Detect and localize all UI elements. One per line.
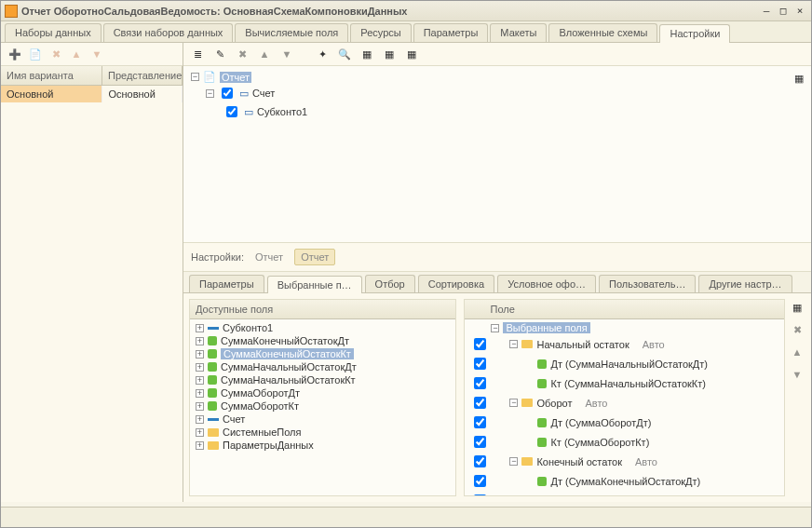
- expand-icon[interactable]: +: [196, 324, 204, 332]
- grid2-icon[interactable]: ▦: [381, 46, 398, 62]
- selected-field[interactable]: Дт (СуммаНачальныйОстатокДт): [465, 354, 784, 373]
- row-checkbox[interactable]: [474, 455, 486, 467]
- expand-icon[interactable]: +: [196, 337, 204, 345]
- expand-icon[interactable]: +: [196, 402, 204, 411]
- down-icon[interactable]: ▼: [88, 46, 105, 62]
- available-field[interactable]: + СистемныеПоля: [190, 426, 455, 439]
- up-icon[interactable]: ▲: [68, 46, 85, 62]
- expand-icon[interactable]: +: [196, 376, 204, 385]
- tab-0[interactable]: Наборы данных: [5, 23, 102, 42]
- expand-icon[interactable]: +: [196, 415, 204, 424]
- available-field[interactable]: + СуммаКонечныйОстатокДт: [190, 334, 455, 347]
- collapse-icon[interactable]: −: [509, 340, 518, 348]
- row-checkbox[interactable]: [474, 475, 486, 487]
- collapse-icon[interactable]: −: [191, 73, 199, 81]
- available-field[interactable]: + СуммаОборотДт: [190, 386, 455, 399]
- add-icon[interactable]: ➕: [7, 46, 23, 62]
- tab-7[interactable]: Настройки: [659, 24, 730, 43]
- down3-icon[interactable]: ▼: [789, 366, 805, 383]
- tab-4[interactable]: Параметры: [413, 23, 489, 42]
- maximize-button[interactable]: □: [776, 4, 791, 19]
- wand-icon[interactable]: ✦: [314, 46, 331, 62]
- variants-toolbar: ➕ 📄 ✖ ▲ ▼: [1, 43, 183, 66]
- tab-6[interactable]: Вложенные схемы: [548, 23, 657, 42]
- delete-icon[interactable]: ✖: [47, 46, 64, 62]
- expand-icon[interactable]: +: [196, 363, 204, 372]
- tab-1[interactable]: Связи наборов данных: [103, 23, 234, 42]
- available-field[interactable]: + СуммаНачальныйОстатокКт: [190, 373, 455, 386]
- selected-group[interactable]: − Начальный остаток Авто: [465, 334, 784, 354]
- field-label: СуммаОборотКт: [221, 400, 299, 412]
- collapse-icon[interactable]: −: [491, 324, 499, 332]
- panel-toggle-icon[interactable]: ▦: [791, 70, 807, 87]
- selected-group[interactable]: − Оборот Авто: [465, 393, 784, 413]
- available-field[interactable]: + Субконто1: [190, 321, 455, 334]
- tree-checkbox[interactable]: [226, 106, 237, 117]
- subtab-4[interactable]: Условное офо…: [497, 275, 596, 292]
- available-field[interactable]: + Счет: [190, 413, 455, 426]
- delete2-icon[interactable]: ✖: [234, 46, 250, 62]
- available-field[interactable]: + СуммаОборотКт: [190, 399, 455, 413]
- collapse-icon[interactable]: −: [509, 399, 518, 407]
- tree-item[interactable]: − ▭ Счет: [206, 84, 804, 102]
- selected-field[interactable]: Кт (СуммаНачальныйОстатокКт): [465, 373, 784, 393]
- row-checkbox[interactable]: [474, 358, 486, 370]
- tab-5[interactable]: Макеты: [490, 23, 547, 42]
- row-checkbox[interactable]: [474, 416, 486, 428]
- expand-icon[interactable]: +: [196, 441, 204, 450]
- subtab-3[interactable]: Сортировка: [418, 275, 494, 292]
- available-field[interactable]: + ПараметрыДанных: [190, 439, 455, 452]
- tree-item[interactable]: ▭ Субконто1: [223, 102, 804, 121]
- selected-actions: ▦ ✖ ▲ ▼: [789, 299, 805, 496]
- selected-field[interactable]: Кт (СуммаКонечныйОстатокКт): [465, 491, 784, 495]
- col-variant-pres[interactable]: Представление: [102, 66, 183, 85]
- field-label: Дт (СуммаОборотДт): [550, 417, 651, 428]
- selected-group[interactable]: − Конечный остаток Авто: [465, 452, 784, 471]
- grid-icon[interactable]: ▦: [359, 46, 375, 62]
- subtab-2[interactable]: Отбор: [365, 275, 415, 292]
- selected-root[interactable]: −Выбранные поля: [465, 321, 784, 334]
- breadcrumb-item[interactable]: Отчет: [294, 249, 335, 265]
- subtab-0[interactable]: Параметры: [189, 275, 264, 292]
- selected-field[interactable]: Дт (СуммаКонечныйОстатокДт): [465, 471, 784, 491]
- find-icon[interactable]: 🔍: [336, 46, 353, 62]
- tab-2[interactable]: Вычисляемые поля: [235, 23, 348, 42]
- row-checkbox[interactable]: [474, 494, 486, 495]
- row-checkbox[interactable]: [474, 338, 486, 350]
- available-header: Доступные поля: [190, 300, 455, 319]
- selected-field[interactable]: Дт (СуммаОборотДт): [465, 413, 784, 432]
- edit-icon[interactable]: ✎: [211, 46, 228, 62]
- tree-icon[interactable]: ≣: [189, 46, 206, 62]
- collapse-icon[interactable]: −: [206, 89, 214, 98]
- subtab-1[interactable]: Выбранные п…: [267, 276, 362, 293]
- down2-icon[interactable]: ▼: [278, 46, 295, 62]
- available-field[interactable]: + СуммаНачальныйОстатокДт: [190, 360, 455, 373]
- copy-icon[interactable]: 📄: [27, 46, 44, 62]
- available-field[interactable]: + СуммаКонечныйОстатокКт: [190, 347, 455, 360]
- row-checkbox[interactable]: [474, 397, 486, 409]
- tree-root[interactable]: − 📄 Отчет: [191, 70, 804, 84]
- expand-icon[interactable]: +: [196, 350, 204, 359]
- panel-icon[interactable]: ▦: [789, 299, 805, 316]
- tree-checkbox[interactable]: [222, 88, 233, 99]
- up2-icon[interactable]: ▲: [256, 46, 273, 62]
- delete3-icon[interactable]: ✖: [789, 321, 805, 338]
- grid3-icon[interactable]: ▦: [403, 46, 420, 62]
- subtab-5[interactable]: Пользователь…: [599, 275, 696, 292]
- variant-row[interactable]: ОсновнойОсновной: [1, 86, 183, 102]
- row-checkbox[interactable]: [474, 377, 486, 389]
- col-variant-name[interactable]: Имя варианта: [1, 66, 102, 85]
- close-button[interactable]: ×: [792, 4, 807, 19]
- selected-field[interactable]: Кт (СуммаОборотКт): [465, 432, 784, 452]
- expand-icon[interactable]: +: [196, 389, 204, 398]
- tab-3[interactable]: Ресурсы: [350, 23, 411, 42]
- breadcrumb-item[interactable]: Отчет: [250, 250, 289, 264]
- row-checkbox[interactable]: [474, 436, 486, 448]
- field-type-icon: [208, 336, 217, 345]
- up3-icon[interactable]: ▲: [789, 344, 805, 360]
- collapse-icon[interactable]: −: [509, 457, 518, 466]
- folder-icon: [521, 340, 533, 348]
- minimize-button[interactable]: –: [759, 4, 774, 19]
- expand-icon[interactable]: +: [196, 428, 204, 437]
- subtab-6[interactable]: Другие настр…: [698, 275, 792, 292]
